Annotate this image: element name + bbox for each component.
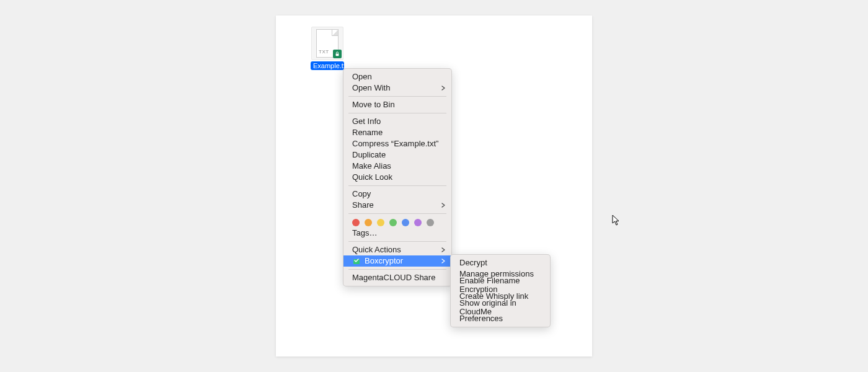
menu-separator: [348, 213, 446, 214]
menu-item-label: Boxcryptor: [365, 257, 403, 265]
menu-move-to-bin[interactable]: Move to Bin: [343, 99, 451, 110]
submenu-enable-filename-encryption[interactable]: Enable Filename Encryption: [451, 280, 550, 291]
menu-boxcryptor[interactable]: Boxcryptor: [343, 255, 451, 267]
menu-separator: [348, 113, 446, 113]
menu-get-info[interactable]: Get Info: [343, 116, 451, 127]
menu-item-label: Quick Actions: [352, 246, 401, 254]
menu-item-label: Move to Bin: [352, 100, 395, 109]
tag-color-yellow[interactable]: [377, 219, 384, 226]
tag-color-red[interactable]: [352, 219, 360, 226]
lock-badge-icon: [333, 50, 342, 58]
chevron-right-icon: [441, 247, 445, 252]
file-name-label: Example.txt: [311, 61, 344, 70]
menu-magentacloud-share[interactable]: MagentaCLOUD Share: [343, 272, 451, 283]
menu-separator: [348, 185, 446, 186]
menu-open-with[interactable]: Open With: [343, 82, 451, 94]
menu-item-label: Make Alias: [352, 162, 391, 170]
chevron-right-icon: [441, 203, 445, 208]
boxcryptor-icon: [352, 257, 361, 265]
menu-separator: [348, 269, 446, 270]
menu-tags[interactable]: Tags…: [343, 228, 451, 239]
menu-item-label: Duplicate: [352, 151, 386, 159]
tag-color-purple[interactable]: [414, 219, 422, 226]
finder-window: TXT Example.txt Open Open With Move to B…: [276, 16, 592, 356]
menu-item-label: Open: [352, 73, 372, 81]
submenu-decrypt[interactable]: Decrypt: [451, 257, 550, 268]
menu-item-label: Copy: [352, 190, 371, 198]
menu-open[interactable]: Open: [343, 71, 451, 82]
file-extension-label: TXT: [319, 49, 329, 55]
chevron-right-icon: [441, 259, 445, 264]
file-icon: TXT: [311, 27, 343, 60]
menu-separator: [348, 241, 446, 242]
menu-item-label: MagentaCLOUD Share: [352, 273, 435, 282]
chevron-right-icon: [441, 86, 445, 91]
menu-item-label: Rename: [352, 128, 383, 137]
menu-item-label: Share: [352, 201, 374, 210]
svg-rect-1: [353, 259, 360, 264]
menu-quick-look[interactable]: Quick Look: [343, 172, 451, 183]
tag-color-green[interactable]: [389, 219, 397, 226]
menu-item-label: Quick Look: [352, 173, 392, 182]
file-item[interactable]: TXT Example.txt: [309, 27, 346, 70]
tag-color-orange[interactable]: [365, 219, 372, 226]
tag-colors-row: [343, 216, 451, 228]
menu-copy[interactable]: Copy: [343, 188, 451, 200]
submenu-preferences[interactable]: Preferences: [451, 313, 550, 324]
tag-color-gray[interactable]: [427, 219, 434, 226]
context-menu: Open Open With Move to Bin Get Info Rena…: [343, 68, 452, 286]
menu-item-label: Tags…: [352, 229, 377, 237]
menu-quick-actions[interactable]: Quick Actions: [343, 244, 451, 255]
submenu-show-original[interactable]: Show original in CloudMe: [451, 302, 550, 313]
menu-rename[interactable]: Rename: [343, 127, 451, 138]
menu-item-label: Decrypt: [459, 259, 487, 267]
menu-duplicate[interactable]: Duplicate: [343, 149, 451, 161]
menu-share[interactable]: Share: [343, 200, 451, 211]
menu-item-label: Compress “Example.txt”: [352, 140, 438, 148]
menu-item-label: Open With: [352, 84, 390, 92]
svg-rect-0: [336, 54, 339, 56]
cursor-icon: [612, 215, 621, 228]
menu-item-label: Preferences: [459, 314, 503, 323]
menu-item-label: Get Info: [352, 117, 381, 126]
tag-color-blue[interactable]: [402, 219, 409, 226]
page-fold-icon: [332, 30, 338, 36]
menu-separator: [348, 96, 446, 97]
menu-compress[interactable]: Compress “Example.txt”: [343, 138, 451, 149]
menu-make-alias[interactable]: Make Alias: [343, 161, 451, 172]
boxcryptor-submenu: Decrypt Manage permissions Enable Filena…: [450, 254, 551, 327]
